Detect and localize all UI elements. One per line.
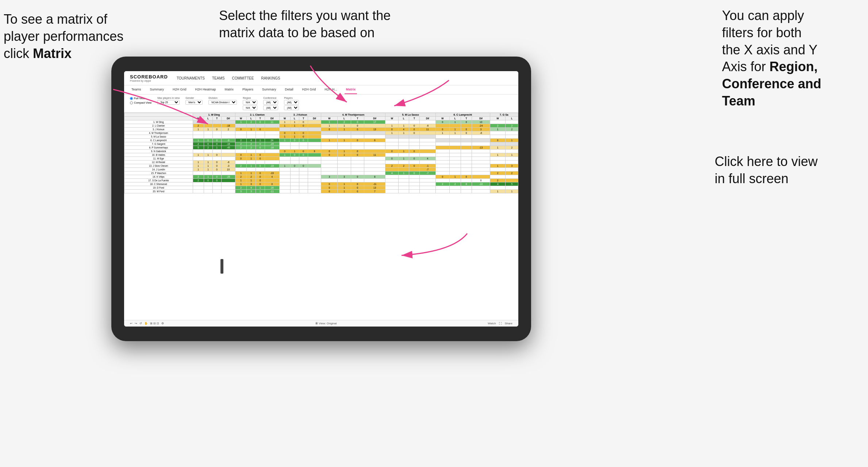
matrix-cell — [490, 161, 506, 164]
matrix-cell — [461, 142, 472, 146]
radio-full-view[interactable]: Full View — [130, 97, 151, 100]
matrix-cell: 0 — [204, 179, 212, 182]
undo-icon[interactable]: ↩ — [130, 322, 132, 325]
conference-select1[interactable]: (All) — [263, 100, 278, 105]
matrix-cell: 2 — [235, 142, 247, 146]
players-select1[interactable]: (All) — [284, 100, 299, 105]
tab-summary1[interactable]: Summary — [149, 85, 166, 94]
matrix-cell — [364, 171, 385, 175]
matrix-cell — [364, 131, 385, 135]
tab-h2h-grid[interactable]: H2H Grid — [171, 85, 188, 94]
matrix-cell: 0 — [461, 175, 472, 179]
matrix-cell — [338, 157, 351, 161]
matrix-cell: 0 — [256, 157, 265, 161]
matrix-cell — [409, 182, 419, 186]
matrix-cell — [385, 120, 399, 124]
matrix-cell — [235, 168, 247, 171]
matrix-cell — [409, 168, 419, 171]
matrix-cell — [506, 179, 518, 182]
matrix-cell: 0 — [235, 157, 247, 161]
matrix-cell: 1 — [338, 150, 351, 153]
matrix-cell: 2 — [204, 146, 212, 150]
region-select2[interactable]: N/A — [243, 105, 257, 110]
tab-h2h-grid2[interactable]: H2H Grid — [301, 85, 318, 94]
ann-right-l3: the X axis and Y — [722, 42, 818, 57]
nav-rankings[interactable]: RANKINGS — [261, 76, 280, 80]
matrix-cell: 0 — [290, 139, 299, 142]
matrix-cell — [299, 168, 308, 171]
nav-committee[interactable]: COMMITTEE — [232, 76, 254, 80]
matrix-cell: 2 — [235, 164, 247, 168]
matrix-cell — [321, 131, 338, 135]
matrix-cell — [279, 186, 290, 190]
matrix-cell: 3 — [321, 175, 338, 179]
matrix-cell: 1 — [204, 153, 212, 157]
matrix-cell: 1 — [204, 168, 212, 171]
gender-select[interactable]: Men's — [185, 100, 203, 105]
matrix-cell: 2 — [506, 128, 518, 131]
matrix-cell — [308, 120, 321, 124]
nav-tournaments[interactable]: TOURNAMENTS — [177, 76, 205, 80]
matrix-cell — [299, 157, 308, 161]
matrix-cell — [399, 190, 409, 193]
matrix-cell — [461, 171, 472, 175]
matrix-cell — [409, 175, 419, 179]
matrix-cell: 2 — [490, 179, 506, 182]
division-select[interactable]: NCAA Division I — [208, 100, 237, 105]
matrix-cell: 1 — [385, 124, 399, 128]
settings-icon[interactable]: ⚙ — [161, 322, 164, 325]
tab-matrix[interactable]: Matrix — [223, 85, 235, 94]
matrix-cell: 17 — [364, 120, 385, 124]
matrix-cell: -16 — [265, 146, 279, 150]
redo-icon[interactable]: ↪ — [135, 322, 137, 325]
matrix-cell — [435, 190, 449, 193]
matrix-cell — [351, 142, 364, 146]
col-header-5: 5. M La Sasso — [385, 113, 435, 117]
matrix-cell — [385, 135, 399, 139]
matrix-cell: 2 — [385, 164, 399, 168]
region-select1[interactable]: N/A — [243, 100, 257, 105]
matrix-cell — [472, 157, 490, 161]
ann-right-l1: You can apply — [722, 8, 804, 23]
radio-compact-view[interactable]: Compact View — [130, 101, 151, 104]
tab-detail[interactable]: Detail — [284, 85, 295, 94]
watch-button[interactable]: Watch — [488, 322, 496, 325]
nav-teams[interactable]: TEAMS — [212, 76, 224, 80]
conference-select2[interactable]: (All) — [263, 105, 278, 110]
fullscreen-icon[interactable]: ⛶ — [499, 322, 502, 325]
zoom-controls[interactable]: ⊞ ⊟ ⊡ — [150, 322, 159, 325]
matrix-cell — [290, 128, 299, 131]
share-button[interactable]: Share — [505, 322, 512, 325]
matrix-cell: 0 — [351, 124, 364, 128]
matrix-cell: 0 — [351, 175, 364, 179]
matrix-area[interactable]: 1. W Ding 2. L Clanton 3. J Koivun 4. M … — [124, 113, 518, 320]
matrix-cell — [419, 153, 435, 157]
tab-h2h-heatmap[interactable]: H2H Heatmap — [194, 85, 218, 94]
player-name-5: 6. C Lamprecht — [124, 139, 193, 142]
matrix-cell — [419, 120, 435, 124]
matrix-cell: -6 — [221, 161, 235, 164]
tab-h2h-h[interactable]: H2H H... — [323, 85, 339, 94]
matrix-cell — [449, 164, 461, 168]
sub-t3: T — [299, 117, 308, 120]
bottom-bar-left: ↩ ↪ ↺ ✋ ⊞ ⊟ ⊡ ⚙ — [130, 322, 164, 325]
matrix-cell: 1 — [449, 120, 461, 124]
matrix-cell: 1 — [204, 164, 212, 168]
matrix-cell — [419, 182, 435, 186]
matrix-cell — [409, 146, 419, 150]
filter-gender: Gender Men's — [185, 97, 203, 105]
matrix-cell — [308, 128, 321, 131]
players-select2[interactable]: (All) — [284, 105, 299, 110]
refresh-icon[interactable]: ↺ — [139, 322, 142, 325]
tab-matrix-active[interactable]: Matrix — [345, 85, 357, 94]
matrix-cell — [299, 142, 308, 146]
tab-teams[interactable]: Teams — [130, 85, 143, 94]
player-name-18: 19. D Ford — [124, 186, 193, 190]
matrix-cell: 0 — [256, 164, 265, 168]
col-header-7: 7. G Sa — [490, 113, 518, 117]
max-players-select[interactable]: Top 25 — [157, 100, 180, 105]
tab-summary2[interactable]: Summary — [261, 85, 278, 94]
matrix-cell: 1 — [247, 179, 256, 182]
tab-players[interactable]: Players — [241, 85, 255, 94]
pan-icon[interactable]: ✋ — [144, 322, 148, 325]
